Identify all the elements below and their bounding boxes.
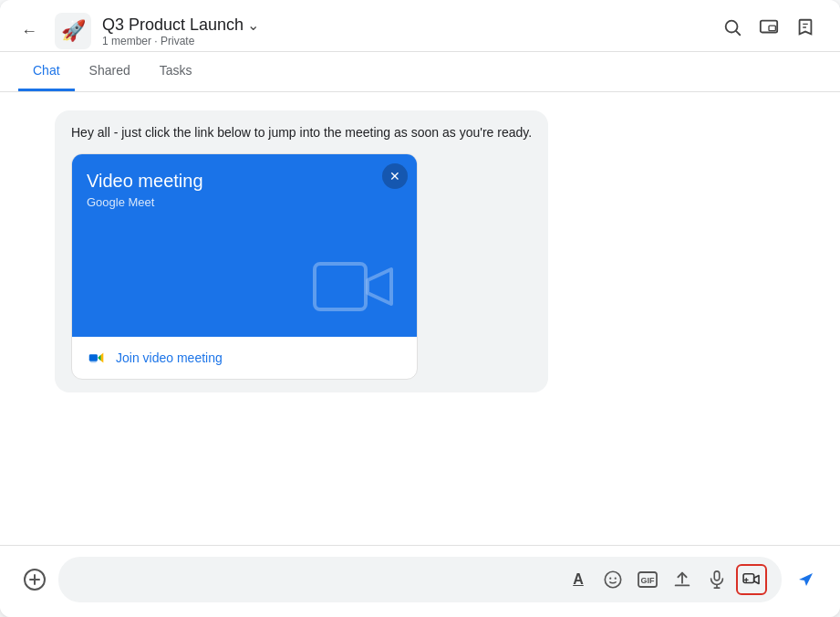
search-icon <box>722 17 742 37</box>
chat-area: Hey all - just click the link below to j… <box>0 92 840 545</box>
video-meeting-card[interactable]: Video meeting Google Meet ✕ <box>71 153 418 380</box>
input-actions: A GIF <box>563 564 767 595</box>
upload-icon <box>672 570 692 590</box>
svg-line-1 <box>736 31 740 35</box>
video-card-banner: Video meeting Google Meet ✕ <box>72 154 417 337</box>
mic-icon <box>707 570 727 590</box>
channel-title: Q3 Product Launch <box>102 16 244 35</box>
svg-point-12 <box>605 571 620 587</box>
input-area: A GIF <box>0 545 840 617</box>
svg-point-14 <box>615 578 617 580</box>
send-button[interactable] <box>789 563 822 596</box>
header-actions <box>716 11 822 51</box>
pip-button[interactable] <box>752 11 785 44</box>
send-icon <box>794 569 816 591</box>
message-input-box[interactable]: A GIF <box>58 557 782 602</box>
tab-chat[interactable]: Chat <box>18 52 75 91</box>
svg-rect-6 <box>315 264 366 309</box>
video-card-footer[interactable]: Join video meeting <box>72 337 417 379</box>
title-row: Q3 Product Launch ⌄ <box>102 16 259 35</box>
video-card-subtitle: Google Meet <box>87 195 402 209</box>
channel-icon: 🚀 <box>55 13 91 49</box>
app-window: ← 🚀 Q3 Product Launch ⌄ 1 member · Priva… <box>0 0 840 617</box>
tab-shared[interactable]: Shared <box>75 52 145 91</box>
mic-button[interactable] <box>701 564 732 595</box>
video-add-button[interactable] <box>736 564 767 595</box>
back-button[interactable]: ← <box>15 16 44 46</box>
meet-logo-icon <box>87 348 107 368</box>
video-camera-icon <box>313 255 395 319</box>
message-bubble: Hey all - just click the link below to j… <box>55 110 548 392</box>
chevron-down-icon[interactable]: ⌄ <box>247 16 259 34</box>
title-section: Q3 Product Launch ⌄ 1 member · Private <box>102 16 259 47</box>
svg-rect-20 <box>743 574 754 583</box>
header: ← 🚀 Q3 Product Launch ⌄ 1 member · Priva… <box>0 0 840 52</box>
tasks-button[interactable] <box>789 11 822 44</box>
svg-rect-3 <box>769 26 775 31</box>
header-left: ← 🚀 Q3 Product Launch ⌄ 1 member · Priva… <box>15 13 716 49</box>
pip-icon <box>759 17 779 37</box>
svg-rect-8 <box>89 354 98 361</box>
tab-tasks[interactable]: Tasks <box>145 52 207 91</box>
add-button[interactable] <box>18 563 51 596</box>
search-button[interactable] <box>716 11 749 44</box>
member-info: 1 member · Private <box>102 35 259 47</box>
tabs: Chat Shared Tasks <box>0 52 840 92</box>
join-meeting-link[interactable]: Join video meeting <box>116 350 223 365</box>
emoji-button[interactable] <box>597 564 628 595</box>
gif-button[interactable]: GIF <box>632 564 663 595</box>
video-add-icon <box>742 572 761 587</box>
video-card-title: Video meeting <box>87 171 402 192</box>
gif-icon: GIF <box>638 571 658 588</box>
svg-point-13 <box>609 578 611 580</box>
text-format-icon: A <box>573 571 584 588</box>
upload-button[interactable] <box>667 564 698 595</box>
video-camera-svg <box>313 256 395 317</box>
svg-rect-17 <box>714 571 720 580</box>
emoji-icon <box>603 570 623 590</box>
text-format-button[interactable]: A <box>563 564 594 595</box>
message-text: Hey all - just click the link below to j… <box>71 123 532 142</box>
svg-text:GIF: GIF <box>641 576 656 585</box>
close-video-card-button[interactable]: ✕ <box>382 163 408 189</box>
tasks-icon <box>795 17 815 37</box>
add-icon <box>23 568 47 591</box>
